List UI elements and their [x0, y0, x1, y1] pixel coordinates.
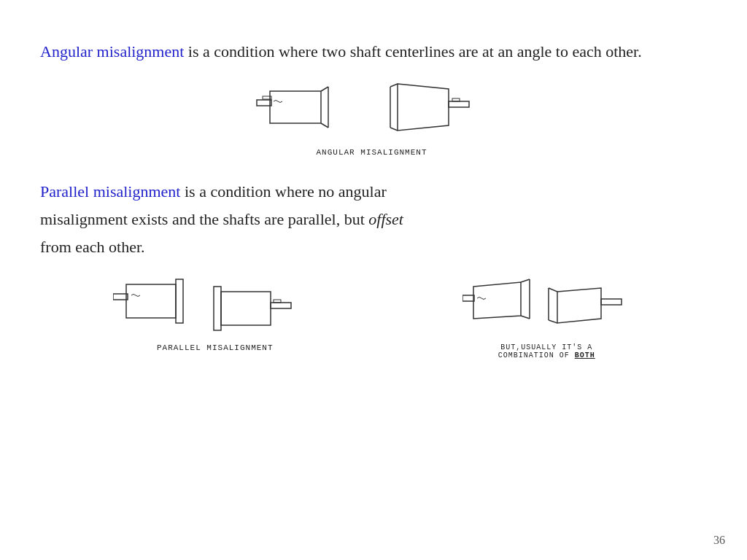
svg-rect-14: [176, 279, 183, 323]
angular-diagram-svg: [255, 71, 489, 144]
svg-rect-13: [113, 294, 128, 300]
both-underline: BOTH: [575, 351, 595, 359]
angular-term: Angular misalignment: [40, 42, 184, 61]
parallel-body1: is a condition where no angular: [180, 182, 386, 201]
parallel-line2: misalignment exists and the shafts are p…: [40, 208, 703, 231]
combination-diagram-svg: [462, 266, 630, 339]
slide: Angular misalignment is a condition wher…: [0, 0, 747, 560]
svg-rect-0: [270, 91, 321, 123]
svg-rect-16: [214, 287, 221, 330]
parallel-diagram-label: PARALLEL MISALIGNMENT: [157, 343, 274, 352]
svg-rect-15: [221, 292, 271, 325]
parallel-diagrams-area: PARALLEL MISALIGNMENT: [40, 266, 703, 359]
svg-marker-6: [398, 84, 449, 131]
svg-marker-24: [557, 288, 601, 323]
parallel-term: Parallel misalignment: [40, 182, 180, 201]
parallel-body2: misalignment exists and the shafts are p…: [40, 210, 368, 228]
svg-rect-10: [449, 101, 469, 107]
angular-section: Angular misalignment is a condition wher…: [40, 40, 703, 157]
angular-body: is a condition where two shaft centerlin…: [184, 42, 641, 61]
svg-line-21: [521, 279, 530, 282]
svg-rect-1: [257, 100, 271, 106]
svg-line-3: [321, 123, 328, 128]
angular-diagram-area: ANGULAR MISALIGNMENT: [40, 71, 703, 157]
svg-rect-28: [601, 299, 622, 305]
svg-marker-19: [473, 282, 521, 319]
angular-paragraph: Angular misalignment is a condition wher…: [40, 40, 703, 63]
svg-rect-20: [462, 295, 474, 301]
angular-diagram-label: ANGULAR MISALIGNMENT: [316, 148, 427, 157]
svg-line-22: [521, 316, 530, 319]
angular-diagram-container: ANGULAR MISALIGNMENT: [255, 71, 489, 157]
parallel-line3: from each other.: [40, 236, 703, 259]
svg-line-8: [390, 128, 398, 131]
svg-rect-17: [271, 303, 291, 308]
svg-line-25: [549, 288, 557, 292]
page-number: 36: [713, 534, 725, 547]
parallel-body3: from each other.: [40, 238, 145, 256]
combination-diagram-container: BUT,USUALLY IT'S A COMBINATION OF BOTH: [462, 266, 630, 359]
parallel-section: Parallel misalignment is a condition whe…: [40, 180, 703, 359]
svg-line-7: [390, 84, 398, 87]
parallel-diagram-container: PARALLEL MISALIGNMENT: [113, 266, 317, 352]
parallel-diagram-svg: [113, 266, 317, 339]
parallel-italic: offset: [368, 210, 403, 228]
svg-line-26: [549, 320, 557, 323]
svg-rect-12: [126, 284, 176, 318]
combination-diagram-label: BUT,USUALLY IT'S A COMBINATION OF BOTH: [473, 343, 619, 359]
parallel-line1: Parallel misalignment is a condition whe…: [40, 180, 703, 203]
svg-line-2: [321, 87, 328, 91]
